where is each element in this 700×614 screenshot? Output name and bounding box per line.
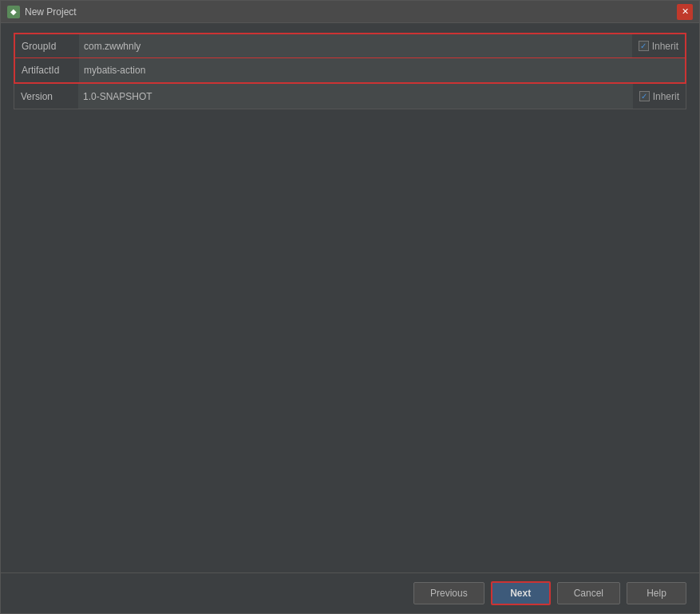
help-button[interactable]: Help — [627, 582, 686, 604]
cancel-button[interactable]: Cancel — [557, 582, 620, 604]
groupid-inherit-checkbox[interactable]: ✓ — [639, 41, 649, 51]
version-inherit-wrapper: ✓ Inherit — [633, 91, 686, 102]
title-bar: ◆ New Project ✕ — [1, 1, 699, 23]
window-title: New Project — [25, 6, 677, 18]
groupid-inherit-wrapper: ✓ Inherit — [632, 41, 685, 52]
next-button[interactable]: Next — [491, 581, 551, 605]
groupid-label: GroupId — [15, 41, 79, 52]
groupid-input[interactable] — [79, 34, 632, 57]
form-container: GroupId ✓ Inherit ArtifactId — [14, 33, 686, 109]
artifactid-input[interactable] — [79, 58, 685, 82]
content-area: GroupId ✓ Inherit ArtifactId — [1, 23, 699, 572]
version-input-wrapper — [78, 84, 633, 109]
version-inherit-label: Inherit — [653, 91, 679, 102]
version-label: Version — [14, 91, 78, 102]
artifactid-input-wrapper — [79, 58, 685, 82]
new-project-dialog: ◆ New Project ✕ GroupId ✓ Inherit — [0, 0, 700, 614]
version-inherit-checkbox[interactable]: ✓ — [639, 91, 650, 101]
artifactid-row: ArtifactId — [14, 58, 686, 84]
groupid-row: GroupId ✓ Inherit — [14, 33, 686, 58]
artifactid-label: ArtifactId — [15, 65, 79, 76]
groupid-checkmark: ✓ — [640, 42, 647, 50]
groupid-input-wrapper — [79, 34, 632, 57]
version-row: Version ✓ Inherit — [14, 84, 686, 109]
version-input[interactable] — [78, 84, 633, 109]
groupid-inherit-label: Inherit — [652, 41, 678, 52]
version-checkmark: ✓ — [641, 92, 647, 101]
window-icon: ◆ — [7, 6, 20, 18]
previous-button[interactable]: Previous — [413, 582, 484, 604]
close-button[interactable]: ✕ — [677, 4, 693, 20]
bottom-bar: Previous Next Cancel Help — [1, 572, 699, 613]
